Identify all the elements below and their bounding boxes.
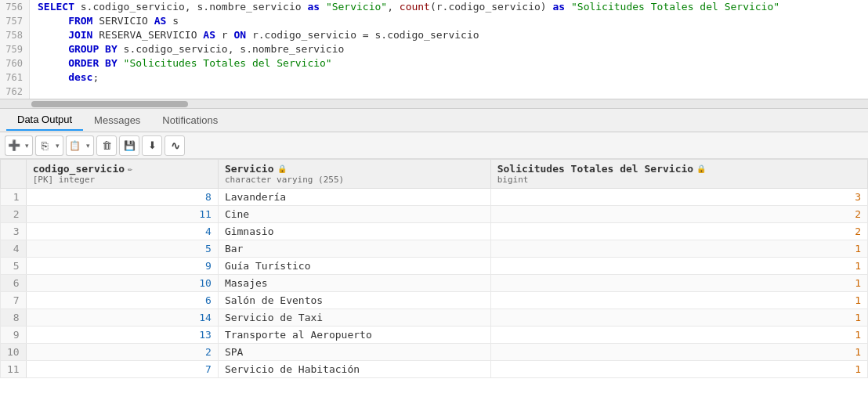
- table-row[interactable]: 117Servicio de Habitación1: [1, 361, 868, 378]
- tab-messages[interactable]: Messages: [83, 110, 151, 130]
- row-number-cell: 1: [1, 189, 27, 206]
- servicio-cell: Lavandería: [218, 189, 490, 206]
- servicio-cell: Bar: [218, 240, 490, 258]
- solicitudes-cell: 1: [490, 327, 867, 344]
- line-number: 756: [0, 0, 30, 14]
- row-number-cell: 5: [1, 258, 27, 275]
- table-row[interactable]: 814Servicio de Taxi1: [1, 309, 868, 327]
- col-name-servicio: Servicio: [225, 163, 274, 175]
- copy-dropdown[interactable]: ⎘ ▾: [35, 135, 63, 156]
- scrollbar-thumb[interactable]: [31, 101, 188, 107]
- line-number: 757: [0, 14, 30, 28]
- row-number-cell: 11: [1, 361, 27, 378]
- solicitudes-cell: 3: [490, 189, 867, 206]
- servicio-cell: SPA: [218, 344, 490, 361]
- keyword: ORDER BY: [68, 57, 123, 69]
- copy-button[interactable]: ⎘: [35, 135, 52, 156]
- code-line-756: 756SELECT s.codigo_servicio, s.nombre_se…: [0, 0, 868, 14]
- table-row[interactable]: 610Masajes1: [1, 275, 868, 292]
- table-row[interactable]: 59Guía Turístico1: [1, 258, 868, 275]
- lock-icon-servicio: 🔒: [277, 164, 287, 173]
- horizontal-scrollbar[interactable]: [0, 99, 868, 109]
- solicitudes-cell: 1: [490, 258, 867, 275]
- solicitudes-cell: 1: [490, 309, 867, 327]
- line-content: JOIN RESERVA_SERVICIO AS r ON r.codigo_s…: [30, 28, 479, 42]
- table-row[interactable]: 913Transporte al Aeropuerto1: [1, 327, 868, 344]
- col-header-servicio[interactable]: Servicio 🔒 character varying (255): [218, 160, 490, 189]
- table-row[interactable]: 34Gimnasio2: [1, 223, 868, 240]
- row-number-cell: 3: [1, 223, 27, 240]
- servicio-cell: Servicio de Habitación: [218, 361, 490, 378]
- col-header-codigo-servicio[interactable]: codigo_servicio ✏ [PK] integer: [26, 160, 218, 189]
- solicitudes-cell: 1: [490, 292, 867, 309]
- codigo-servicio-cell: 7: [26, 361, 218, 378]
- codigo-servicio-cell: 11: [26, 206, 218, 223]
- servicio-cell: Masajes: [218, 275, 490, 292]
- chart-button[interactable]: ∿: [165, 135, 185, 156]
- codigo-servicio-cell: 4: [26, 223, 218, 240]
- table-row[interactable]: 102SPA1: [1, 344, 868, 361]
- tab-notifications[interactable]: Notifications: [151, 110, 229, 130]
- data-table: codigo_servicio ✏ [PK] integer Servicio …: [0, 159, 868, 378]
- table-row[interactable]: 18Lavandería3: [1, 189, 868, 206]
- code-text: r: [222, 29, 234, 41]
- keyword: AS: [154, 15, 172, 27]
- download-button[interactable]: ⬇: [142, 135, 162, 156]
- code-line-759: 759 GROUP BY s.codigo_servicio, s.nombre…: [0, 42, 868, 56]
- code-line-762: 762: [0, 85, 868, 99]
- code-text: [38, 71, 68, 83]
- keyword: as: [307, 1, 325, 13]
- add-row-chevron[interactable]: ▾: [22, 135, 33, 156]
- code-text: SERVICIO: [99, 15, 154, 27]
- code-line-757: 757 FROM SERVICIO AS s: [0, 14, 868, 28]
- row-num-header: [1, 160, 27, 189]
- solicitudes-cell: 2: [490, 206, 867, 223]
- paste-chevron[interactable]: ▾: [83, 135, 94, 156]
- delete-button[interactable]: 🗑: [96, 135, 117, 156]
- keyword: ON: [233, 29, 251, 41]
- col-name-codigo: codigo_servicio: [33, 163, 125, 175]
- codigo-servicio-cell: 2: [26, 344, 218, 361]
- col-type-servicio: character varying (255): [225, 175, 484, 185]
- line-number: 760: [0, 56, 30, 70]
- keyword: as: [553, 1, 571, 13]
- tabs-bar: Data Output Messages Notifications: [0, 109, 868, 132]
- code-editor[interactable]: 756SELECT s.codigo_servicio, s.nombre_se…: [0, 0, 868, 99]
- col-name-solicitudes: Solicitudes Totales del Servicio: [497, 163, 693, 175]
- servicio-cell: Salón de Eventos: [218, 292, 490, 309]
- row-number-cell: 4: [1, 240, 27, 258]
- paste-dropdown[interactable]: 📋 ▾: [66, 135, 94, 156]
- paste-button[interactable]: 📋: [66, 135, 83, 156]
- line-number: 758: [0, 28, 30, 42]
- servicio-cell: Servicio de Taxi: [218, 309, 490, 327]
- code-line-761: 761 desc;: [0, 70, 868, 85]
- table-row[interactable]: 45Bar1: [1, 240, 868, 258]
- line-content: SELECT s.codigo_servicio, s.nombre_servi…: [30, 0, 779, 14]
- data-toolbar: ➕ ▾ ⎘ ▾ 📋 ▾ 🗑 💾 ⬇ ∿: [0, 132, 868, 159]
- row-number-cell: 6: [1, 275, 27, 292]
- row-number-cell: 8: [1, 309, 27, 327]
- col-type-solicitudes: bigint: [497, 175, 861, 185]
- string-literal: "Servicio": [326, 1, 387, 13]
- code-text: s: [172, 15, 179, 27]
- code-text: s.codigo_servicio, s.nombre_servicio: [124, 43, 345, 55]
- tab-data-output[interactable]: Data Output: [6, 110, 83, 131]
- row-number-cell: 7: [1, 292, 27, 309]
- table-row[interactable]: 211Cine2: [1, 206, 868, 223]
- code-text: [38, 15, 68, 27]
- add-row-dropdown[interactable]: ➕ ▾: [5, 135, 33, 156]
- solicitudes-cell: 1: [490, 361, 867, 378]
- data-table-container[interactable]: codigo_servicio ✏ [PK] integer Servicio …: [0, 159, 868, 378]
- col-header-solicitudes[interactable]: Solicitudes Totales del Servicio 🔒 bigin…: [490, 160, 867, 189]
- string-literal: "Solicitudes Totales del Servicio": [571, 1, 779, 13]
- add-row-button[interactable]: ➕: [5, 135, 22, 156]
- table-row[interactable]: 76Salón de Eventos1: [1, 292, 868, 309]
- code-text: RESERVA_SERVICIO: [99, 29, 203, 41]
- code-text: [38, 43, 68, 55]
- row-number-cell: 9: [1, 327, 27, 344]
- save-button[interactable]: 💾: [119, 135, 139, 156]
- copy-chevron[interactable]: ▾: [52, 135, 63, 156]
- row-number-cell: 10: [1, 344, 27, 361]
- code-line-758: 758 JOIN RESERVA_SERVICIO AS r ON r.codi…: [0, 28, 868, 42]
- code-text: [38, 29, 68, 41]
